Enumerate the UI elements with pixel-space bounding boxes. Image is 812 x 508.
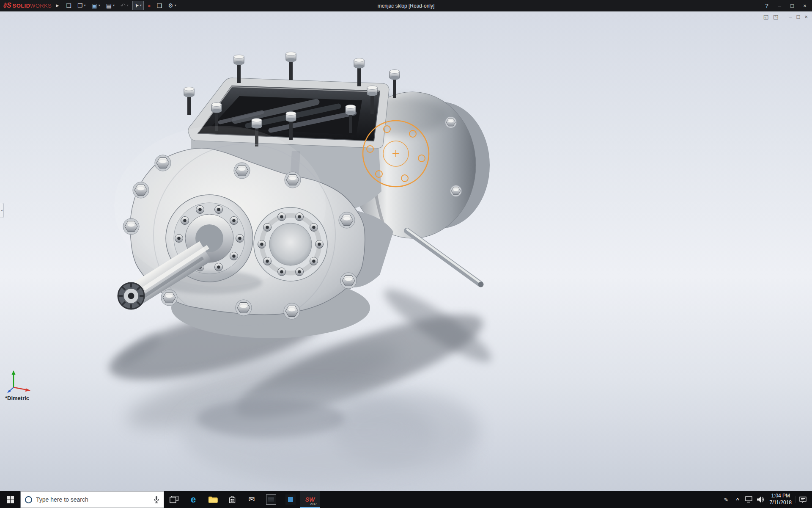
system-tray: ✎ ^ 1:04 PM 7/11/2018 bbox=[721, 491, 812, 508]
new-document-button[interactable]: ❏ bbox=[64, 1, 74, 10]
start-button[interactable] bbox=[0, 491, 20, 508]
solidworks-app-button[interactable]: SW 2017 bbox=[300, 491, 320, 508]
speaker-icon bbox=[757, 496, 764, 503]
design-binder-icon: ❑ bbox=[157, 3, 162, 8]
brand-works-text: WORKS bbox=[30, 3, 52, 9]
document-window-controls: ◱ ◳ – □ × bbox=[763, 14, 808, 19]
chevron-down-icon: ▾ bbox=[127, 4, 129, 7]
edge-icon: e bbox=[191, 494, 196, 505]
windows-logo-icon bbox=[7, 496, 14, 503]
toolbar-expand-arrow-icon[interactable]: ▶ bbox=[56, 3, 59, 8]
chevron-down-icon[interactable]: ▾ bbox=[99, 4, 100, 7]
chevron-down-icon[interactable]: ▾ bbox=[175, 4, 176, 7]
file-explorer-button[interactable] bbox=[203, 491, 222, 508]
chevron-down-icon[interactable]: ▾ bbox=[113, 4, 115, 7]
pinned-apps: e ✉ SW 2017 bbox=[164, 491, 320, 508]
dock-right-icon[interactable]: ◳ bbox=[773, 14, 778, 19]
media-app-button[interactable] bbox=[261, 491, 281, 508]
view-orientation-label: *Dimetric bbox=[5, 395, 29, 401]
undo-button[interactable]: ↶ ▾ bbox=[118, 1, 131, 10]
pen-icon: ✎ bbox=[724, 497, 729, 503]
solidworks-app-icon: SW 2017 bbox=[303, 494, 317, 505]
maximize-button[interactable]: □ bbox=[786, 0, 798, 11]
document-title: menjac sklop [Read-only] bbox=[378, 3, 435, 9]
doc-restore-icon[interactable]: □ bbox=[797, 14, 800, 19]
quick-access-toolbar: ❏ ❐ ▾ ▣ ▾ ▤ ▾ ↶ ▾ ➤ ▾ ● ❑ ⚙ ▾ bbox=[64, 1, 178, 10]
dock-left-icon[interactable]: ◱ bbox=[763, 14, 768, 19]
dassault-mark-icon: ∂S bbox=[3, 2, 11, 9]
side-cover-ring bbox=[254, 207, 327, 281]
task-view-icon bbox=[170, 496, 178, 503]
store-bag-icon bbox=[228, 495, 236, 504]
action-center-button[interactable] bbox=[795, 496, 810, 503]
show-hidden-icons-button[interactable]: ^ bbox=[732, 497, 743, 503]
orientation-triad[interactable] bbox=[7, 366, 33, 394]
gear-icon: ⚙ bbox=[168, 3, 173, 8]
brand-solid-text: SOLID bbox=[13, 3, 30, 9]
microphone-icon[interactable] bbox=[154, 496, 159, 504]
task-view-button[interactable] bbox=[164, 491, 184, 508]
doc-minimize-icon[interactable]: – bbox=[789, 14, 792, 19]
options-button[interactable]: ⚙ ▾ bbox=[166, 1, 178, 10]
gearbox-assembly-model[interactable] bbox=[0, 11, 812, 491]
taskbar-clock[interactable]: 1:04 PM 7/11/2018 bbox=[766, 493, 796, 506]
chevron-left-icon: ◂ bbox=[1, 209, 3, 212]
search-input[interactable] bbox=[36, 496, 150, 503]
chevron-down-icon[interactable]: ▾ bbox=[84, 4, 85, 7]
save-button[interactable]: ▣ ▾ bbox=[90, 1, 102, 10]
mail-envelope-icon: ✉ bbox=[248, 496, 255, 503]
clock-time: 1:04 PM bbox=[770, 493, 792, 500]
store-app-button[interactable] bbox=[222, 491, 242, 508]
doc-close-icon[interactable]: × bbox=[804, 14, 808, 19]
photos-app-button[interactable] bbox=[281, 491, 300, 508]
clock-date: 7/11/2018 bbox=[770, 500, 792, 506]
graphics-area[interactable]: ◱ ◳ – □ × ◂ bbox=[0, 11, 812, 491]
print-button[interactable]: ▤ ▾ bbox=[104, 1, 117, 10]
open-document-button[interactable]: ❐ ▾ bbox=[75, 1, 88, 10]
print-icon: ▤ bbox=[106, 3, 112, 8]
design-binder-button[interactable]: ❑ bbox=[155, 1, 165, 10]
photos-app-icon bbox=[285, 494, 296, 505]
new-document-icon: ❏ bbox=[66, 3, 71, 8]
title-bar: ∂S SOLID WORKS ▶ ❏ ❐ ▾ ▣ ▾ ▤ ▾ ↶ ▾ ➤ ▾ ● bbox=[0, 0, 812, 11]
close-button[interactable]: × bbox=[798, 0, 811, 11]
save-icon: ▣ bbox=[92, 3, 97, 8]
volume-button[interactable] bbox=[755, 496, 766, 503]
chevron-up-icon: ^ bbox=[736, 497, 739, 503]
appearance-sphere-icon: ● bbox=[148, 3, 151, 8]
output-shaft bbox=[407, 229, 484, 287]
media-app-icon bbox=[266, 494, 276, 505]
edge-app-button[interactable]: e bbox=[184, 491, 203, 508]
open-document-icon: ❐ bbox=[77, 3, 83, 8]
help-button[interactable]: ? bbox=[760, 0, 773, 11]
network-status-button[interactable] bbox=[743, 496, 755, 503]
select-cursor-icon: ➤ bbox=[133, 2, 140, 8]
solidworks-logo: ∂S SOLID WORKS bbox=[0, 2, 53, 9]
windows-ink-button[interactable]: ✎ bbox=[721, 497, 732, 503]
minimize-button[interactable]: – bbox=[773, 0, 786, 11]
network-icon bbox=[745, 496, 753, 503]
notification-icon bbox=[799, 496, 807, 503]
cortana-icon bbox=[25, 496, 32, 503]
taskbar: e ✉ SW 2017 bbox=[0, 491, 812, 508]
window-controls: ? – □ × bbox=[760, 0, 811, 11]
feature-tree-flyout-tab[interactable]: ◂ bbox=[0, 203, 4, 218]
undo-icon: ↶ bbox=[121, 3, 126, 8]
solidworks-year-text: 2017 bbox=[310, 502, 317, 505]
taskbar-search[interactable] bbox=[20, 491, 164, 508]
mail-app-button[interactable]: ✉ bbox=[242, 491, 261, 508]
select-tool-button[interactable]: ➤ ▾ bbox=[132, 1, 144, 10]
edit-appearance-button[interactable]: ● bbox=[145, 1, 153, 10]
folder-icon bbox=[208, 496, 218, 503]
